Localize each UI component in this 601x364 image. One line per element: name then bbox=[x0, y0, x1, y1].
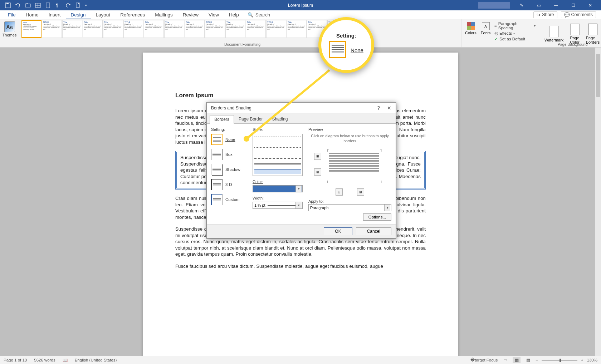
tab-references[interactable]: References bbox=[115, 10, 150, 19]
group-label-page-background: Page Background bbox=[542, 42, 601, 46]
colors-icon bbox=[467, 22, 475, 30]
search-box[interactable]: 🔍 Search bbox=[248, 12, 270, 18]
style-thumb[interactable]: TitleHeading 1Lorem ipsum dolor sit amet… bbox=[83, 20, 103, 38]
apply-to-dropdown[interactable]: Paragraph bbox=[308, 204, 391, 211]
folder-icon[interactable] bbox=[25, 3, 31, 8]
paragraph-spacing-button[interactable]: ≡Paragraph Spacing ▾ bbox=[494, 21, 536, 30]
style-thumb[interactable]: TitleHeading 1Lorem ipsum dolor sit amet… bbox=[287, 20, 307, 38]
undo-icon[interactable] bbox=[15, 3, 21, 8]
dialog-close-button[interactable]: ✕ bbox=[387, 105, 391, 111]
set-default-button[interactable]: ✓Set as Default bbox=[494, 36, 536, 41]
share-button[interactable]: ↪Share bbox=[533, 11, 557, 18]
paragraph-icon[interactable]: ¶ bbox=[55, 3, 61, 8]
setting-3d[interactable]: 3-D bbox=[211, 179, 247, 190]
style-thumb[interactable]: TitleHeading 1Lorem ipsum dolor sit amet… bbox=[62, 20, 82, 38]
scrollbar-thumb[interactable] bbox=[596, 54, 600, 97]
colors-button[interactable]: Colors bbox=[464, 21, 478, 36]
preview-diagram[interactable]: ⊞ ⊞ ┌ ┐ └ ┘ bbox=[312, 146, 388, 186]
dialog-titlebar[interactable]: Borders and Shading ? ✕ bbox=[207, 103, 396, 113]
zoom-level[interactable]: 130% bbox=[587, 358, 597, 362]
redo-icon[interactable] bbox=[65, 3, 71, 8]
close-button[interactable]: ✕ bbox=[583, 1, 597, 10]
ribbon-options-icon[interactable]: ✎ bbox=[514, 1, 529, 10]
status-language[interactable]: English (United States) bbox=[75, 358, 117, 362]
tab-view[interactable]: View bbox=[204, 10, 224, 19]
tab-layout[interactable]: Layout bbox=[91, 10, 116, 19]
tab-file[interactable]: File bbox=[3, 10, 21, 19]
comments-button[interactable]: 💬Comments bbox=[561, 11, 596, 18]
border-right-toggle[interactable]: ⊞ bbox=[357, 188, 364, 196]
minimize-button[interactable]: — bbox=[549, 1, 563, 10]
web-layout-button[interactable]: ▤ bbox=[524, 357, 532, 363]
cancel-button[interactable]: Cancel bbox=[356, 227, 391, 235]
watermark-button[interactable]: Watermark bbox=[542, 25, 566, 43]
style-label: Style: bbox=[253, 127, 303, 132]
border-bottom-toggle[interactable]: ⊞ bbox=[314, 168, 321, 176]
setting-none[interactable]: None bbox=[211, 134, 247, 145]
tab-review[interactable]: Review bbox=[178, 10, 204, 19]
search-placeholder: Search bbox=[255, 12, 270, 18]
style-thumb[interactable]: TitleHeading 1Lorem ipsum dolor sit amet… bbox=[246, 20, 266, 38]
effects-button[interactable]: ◎Effects ▾ bbox=[494, 31, 536, 36]
tab-help[interactable]: Help bbox=[224, 10, 244, 19]
page-color-button[interactable]: Page Color bbox=[568, 23, 581, 45]
style-thumb[interactable]: TitleHeading 1Lorem ipsum dolor sit amet… bbox=[103, 20, 123, 38]
options-button[interactable]: Options... bbox=[363, 213, 391, 221]
themes-icon: Aa bbox=[4, 21, 15, 32]
zoom-out-button[interactable]: − bbox=[536, 358, 538, 362]
search-icon: 🔍 bbox=[248, 12, 253, 18]
border-top-toggle[interactable]: ⊞ bbox=[314, 153, 321, 160]
style-thumb[interactable]: TITLEHeading 1Lorem ipsum dolor sit amet… bbox=[123, 20, 143, 38]
dialog-tab-borders[interactable]: Borders bbox=[210, 115, 234, 124]
dialog-help-button[interactable]: ? bbox=[377, 105, 380, 111]
dialog-tab-shading[interactable]: Shading bbox=[267, 115, 292, 123]
user-account[interactable] bbox=[478, 2, 510, 9]
style-thumb[interactable]: TitleHeading 1Lorem ipsum dolor sit amet… bbox=[225, 20, 245, 38]
style-thumb[interactable]: TitleHeading 1Lorem ipsum dolor sit amet… bbox=[185, 20, 205, 38]
callout-magnifier: Setting: None bbox=[318, 17, 374, 73]
style-gallery[interactable]: TitleHeading 1Lorem ipsum dolor sit amet… bbox=[21, 20, 459, 40]
save-icon[interactable] bbox=[5, 3, 11, 8]
setting-custom[interactable]: Custom bbox=[211, 194, 247, 205]
page-borders-button[interactable]: Page Borders bbox=[584, 23, 601, 45]
width-label: Width: bbox=[253, 196, 264, 200]
style-thumb[interactable]: TITLEHeading 1Lorem ipsum dolor sit amet… bbox=[205, 20, 225, 38]
setting-none-icon bbox=[211, 134, 223, 145]
ribbon-display-icon[interactable]: ▭ bbox=[532, 1, 546, 10]
color-dropdown[interactable] bbox=[253, 185, 303, 192]
callout-none-icon bbox=[329, 41, 346, 58]
ok-button[interactable]: OK bbox=[324, 227, 352, 235]
style-thumb[interactable]: TitleHeading 1Lorem ipsum dolor sit amet… bbox=[164, 20, 184, 38]
read-mode-button[interactable]: ▭ bbox=[501, 357, 509, 363]
tab-home[interactable]: Home bbox=[21, 10, 44, 19]
tab-design[interactable]: Design bbox=[66, 10, 91, 19]
status-page[interactable]: Page 1 of 10 bbox=[4, 358, 27, 362]
qat-customize-icon[interactable]: ▾ bbox=[85, 4, 87, 7]
print-layout-button[interactable]: ▦ bbox=[513, 357, 521, 363]
themes-button[interactable]: Aa Themes bbox=[0, 20, 19, 39]
tab-mailings[interactable]: Mailings bbox=[150, 10, 178, 19]
border-left-toggle[interactable]: ⊞ bbox=[336, 188, 343, 196]
table-icon[interactable] bbox=[35, 3, 41, 8]
fonts-icon: A bbox=[482, 22, 490, 30]
page-icon[interactable] bbox=[45, 3, 51, 8]
focus-mode-button[interactable]: �target Focus bbox=[470, 358, 498, 363]
style-thumb[interactable]: TITLEHeading 1Lorem ipsum dolor sit amet… bbox=[266, 20, 286, 38]
zoom-in-button[interactable]: + bbox=[581, 358, 583, 362]
dialog-tab-page-border[interactable]: Page Border bbox=[234, 115, 267, 123]
vertical-scrollbar[interactable] bbox=[595, 48, 601, 356]
style-thumb[interactable]: TITLEHeading 1Lorem ipsum dolor sit amet… bbox=[42, 20, 62, 38]
status-words[interactable]: 5626 words bbox=[34, 358, 55, 362]
tab-insert[interactable]: Insert bbox=[44, 10, 66, 19]
new-doc-icon[interactable] bbox=[75, 3, 81, 8]
check-icon: ✓ bbox=[494, 36, 498, 41]
border-style-list[interactable] bbox=[253, 134, 303, 176]
style-thumb[interactable]: TitleHeading 1Lorem ipsum dolor sit amet… bbox=[21, 20, 41, 38]
zoom-slider[interactable] bbox=[542, 360, 577, 361]
style-thumb[interactable]: TitleHeading 1Lorem ipsum dolor sit amet… bbox=[144, 20, 164, 38]
maximize-button[interactable]: ☐ bbox=[566, 1, 580, 10]
setting-shadow[interactable]: Shadow bbox=[211, 164, 247, 175]
setting-box[interactable]: Box bbox=[211, 149, 247, 160]
spellcheck-icon[interactable]: 📖 bbox=[63, 358, 68, 363]
width-dropdown[interactable]: 1 ½ pt bbox=[253, 202, 303, 209]
